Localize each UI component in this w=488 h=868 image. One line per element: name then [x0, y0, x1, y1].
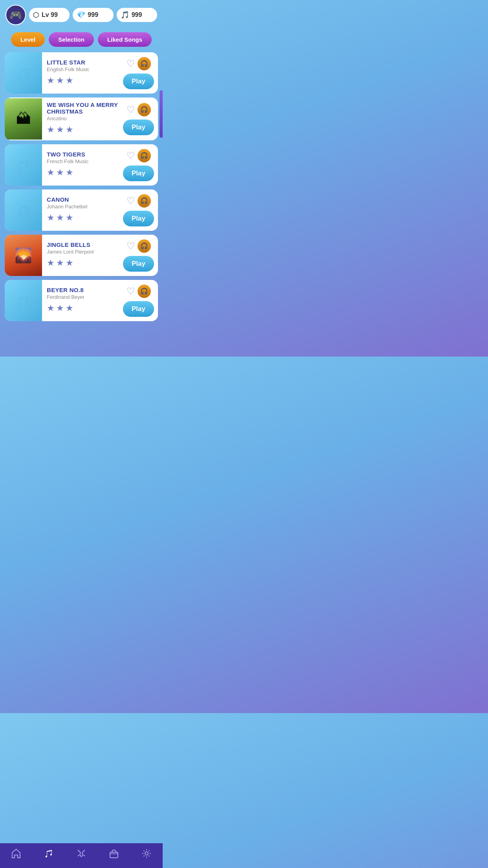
song-actions-canon: ♡ 🎧 Play — [121, 191, 158, 230]
song-stars-two-tigers: ★★★ — [47, 167, 118, 178]
level-pill: ⬡ Lv 99 — [29, 8, 70, 22]
song-artist-we-wish: Ancotino — [47, 116, 118, 121]
song-stars-beyer-no8: ★★★ — [47, 303, 118, 313]
song-info-little-star: LITTLE STAR English Folk Music ★★★ — [42, 55, 121, 91]
song-title-jingle-bells: JINGLE BELLS — [47, 241, 118, 248]
action-icons-jingle-bells: ♡ 🎧 — [127, 239, 151, 253]
song-info-we-wish: WE WISH YOU A MERRY CHRISTMAS Ancotino ★… — [42, 97, 121, 140]
song-artist-jingle-bells: James Lord Pierpont — [47, 249, 118, 255]
song-actions-little-star: ♡ 🎧 Play — [121, 54, 158, 92]
song-stars-we-wish: ★★★ — [47, 125, 118, 135]
level-value: Lv 99 — [42, 11, 58, 18]
song-artist-little-star: English Folk Music — [47, 66, 118, 72]
action-icons-we-wish: ♡ 🎧 — [127, 103, 151, 116]
song-title-we-wish: WE WISH YOU A MERRY CHRISTMAS — [47, 101, 118, 115]
song-thumb-jingle-bells: 🌄 — [5, 235, 42, 276]
song-card-two-tigers: TWO TIGERS French Folk Music ★★★ ♡ 🎧 Pla… — [5, 144, 158, 186]
heart-icon-two-tigers[interactable]: ♡ — [127, 150, 135, 161]
star-1: ★ — [47, 213, 55, 223]
song-actions-jingle-bells: ♡ 🎧 Play — [121, 236, 158, 275]
level-icon: ⬡ — [33, 11, 39, 19]
action-icons-two-tigers: ♡ 🎧 — [127, 149, 151, 162]
heart-icon-little-star[interactable]: ♡ — [127, 58, 135, 69]
play-button-beyer-no8[interactable]: Play — [123, 301, 154, 317]
song-list: LITTLE STAR English Folk Music ★★★ ♡ 🎧 P… — [0, 52, 163, 321]
song-stars-jingle-bells: ★★★ — [47, 258, 118, 268]
song-title-canon: CANON — [47, 196, 118, 203]
song-card-beyer-no8: BEYER NO.8 Ferdinand Beyer ★★★ ♡ 🎧 Play — [5, 280, 158, 321]
heart-icon-we-wish[interactable]: ♡ — [127, 104, 135, 115]
song-info-two-tigers: TWO TIGERS French Folk Music ★★★ — [42, 147, 121, 183]
song-stars-little-star: ★★★ — [47, 75, 118, 86]
star-1: ★ — [47, 125, 55, 135]
play-button-jingle-bells[interactable]: Play — [123, 256, 154, 272]
song-info-beyer-no8: BEYER NO.8 Ferdinand Beyer ★★★ — [42, 283, 121, 319]
action-icons-little-star: ♡ 🎧 — [127, 57, 151, 70]
gems-value: 999 — [88, 11, 98, 18]
star-1: ★ — [47, 167, 55, 178]
song-title-little-star: LITTLE STAR — [47, 59, 118, 66]
scroll-indicator — [160, 90, 163, 138]
play-button-two-tigers[interactable]: Play — [123, 166, 154, 181]
tab-selection[interactable]: Selection — [49, 32, 94, 47]
tab-liked[interactable]: Liked Songs — [98, 32, 152, 47]
song-card-little-star: LITTLE STAR English Folk Music ★★★ ♡ 🎧 P… — [5, 52, 158, 94]
coins-pill: 🎵 999 — [117, 8, 157, 22]
star-2: ★ — [56, 303, 64, 313]
song-title-beyer-no8: BEYER NO.8 — [47, 287, 118, 293]
song-stars-canon: ★★★ — [47, 213, 118, 223]
song-thumb-two-tigers — [5, 144, 42, 186]
song-artist-beyer-no8: Ferdinand Beyer — [47, 294, 118, 300]
headphone-icon-canon[interactable]: 🎧 — [138, 194, 151, 208]
tabs-container: Level Selection Liked Songs — [0, 28, 163, 52]
star-2: ★ — [56, 258, 64, 268]
star-3: ★ — [66, 258, 73, 268]
headphone-icon-little-star[interactable]: 🎧 — [138, 57, 151, 70]
song-artist-two-tigers: French Folk Music — [47, 158, 118, 164]
tab-level[interactable]: Level — [11, 32, 45, 47]
heart-icon-beyer-no8[interactable]: ♡ — [127, 286, 135, 297]
play-button-we-wish[interactable]: Play — [123, 120, 154, 135]
song-card-canon: CANON Johann Pachelbel ★★★ ♡ 🎧 Play — [5, 189, 158, 231]
gem-icon: 💎 — [77, 11, 85, 19]
play-button-canon[interactable]: Play — [123, 211, 154, 226]
headphone-icon-two-tigers[interactable]: 🎧 — [138, 149, 151, 162]
gems-pill: 💎 999 — [73, 8, 113, 22]
star-1: ★ — [47, 75, 55, 86]
headphone-icon-jingle-bells[interactable]: 🎧 — [138, 239, 151, 253]
song-thumb-canon — [5, 189, 42, 231]
song-title-two-tigers: TWO TIGERS — [47, 151, 118, 158]
star-2: ★ — [56, 125, 64, 135]
action-icons-canon: ♡ 🎧 — [127, 194, 151, 208]
headphone-icon-beyer-no8[interactable]: 🎧 — [138, 285, 151, 298]
action-icons-beyer-no8: ♡ 🎧 — [127, 285, 151, 298]
song-thumb-beyer-no8 — [5, 280, 42, 321]
star-3: ★ — [66, 125, 73, 135]
star-3: ★ — [66, 213, 73, 223]
star-3: ★ — [66, 167, 73, 178]
star-2: ★ — [56, 75, 64, 86]
song-card-jingle-bells: 🌄 JINGLE BELLS James Lord Pierpont ★★★ ♡… — [5, 235, 158, 276]
song-actions-two-tigers: ♡ 🎧 Play — [121, 146, 158, 184]
song-thumb-little-star — [5, 52, 42, 94]
star-2: ★ — [56, 213, 64, 223]
star-3: ★ — [66, 75, 73, 86]
song-info-jingle-bells: JINGLE BELLS James Lord Pierpont ★★★ — [42, 237, 121, 274]
headphone-icon-we-wish[interactable]: 🎧 — [138, 103, 151, 116]
play-button-little-star[interactable]: Play — [123, 74, 154, 89]
song-actions-we-wish: ♡ 🎧 Play — [121, 100, 158, 138]
avatar-emoji: 🎮 — [9, 9, 22, 21]
star-1: ★ — [47, 258, 55, 268]
coin-icon: 🎵 — [121, 11, 129, 19]
song-actions-beyer-no8: ♡ 🎧 Play — [121, 281, 158, 320]
song-thumb-we-wish: 🏔 — [5, 98, 42, 140]
header: 🎮 ⬡ Lv 99 💎 999 🎵 999 — [0, 0, 163, 28]
coins-value: 999 — [132, 11, 142, 18]
heart-icon-canon[interactable]: ♡ — [127, 195, 135, 206]
star-2: ★ — [56, 167, 64, 178]
star-1: ★ — [47, 303, 55, 313]
heart-icon-jingle-bells[interactable]: ♡ — [127, 241, 135, 252]
song-info-canon: CANON Johann Pachelbel ★★★ — [42, 192, 121, 228]
avatar[interactable]: 🎮 — [6, 5, 26, 25]
song-card-we-wish: 🏔 WE WISH YOU A MERRY CHRISTMAS Ancotino… — [5, 97, 158, 140]
